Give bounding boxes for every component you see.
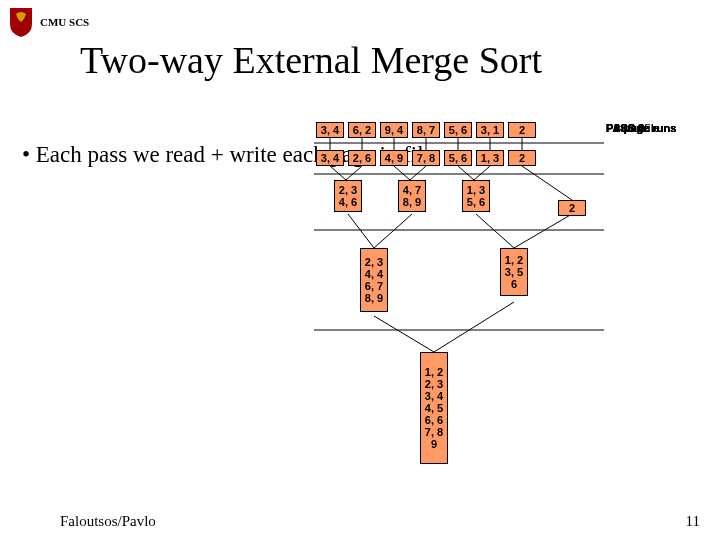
footer-author: Faloutsos/Pavlo (60, 513, 156, 530)
cell: 1, 3 (476, 150, 504, 166)
cell: 4, 78, 9 (398, 180, 426, 212)
cell: 2 (508, 150, 536, 166)
cell: 2, 34, 6 (334, 180, 362, 212)
cell: 3, 1 (476, 122, 504, 138)
cell: 2, 34, 46, 78, 9 (360, 248, 388, 312)
cell: 5, 6 (444, 150, 472, 166)
cell: 2 (508, 122, 536, 138)
svg-line-8 (522, 166, 572, 200)
cell: 3, 4 (316, 122, 344, 138)
cell: 3, 4 (316, 150, 344, 166)
org-text: CMU SCS (40, 16, 89, 28)
cell: 2 (558, 200, 586, 216)
cell: 2, 6 (348, 150, 376, 166)
cell: 1, 35, 6 (462, 180, 490, 212)
cell: 5, 6 (444, 122, 472, 138)
cell: 7, 8 (412, 150, 440, 166)
logo (8, 6, 34, 38)
cell: 1, 23, 56 (500, 248, 528, 296)
merge-sort-diagram: 3, 4 6, 2 9, 4 8, 7 5, 6 3, 1 2 3, 4 2, … (314, 122, 710, 522)
cell: 4, 9 (380, 150, 408, 166)
cell: 8, 7 (412, 122, 440, 138)
lbl-8page: 8-page runs (614, 122, 676, 134)
slide-title: Two-way External Merge Sort (80, 38, 542, 82)
connectors (314, 122, 710, 522)
cell: 1, 22, 33, 44, 56, 67, 89 (420, 352, 448, 464)
cell: 6, 2 (348, 122, 376, 138)
cell: 9, 4 (380, 122, 408, 138)
